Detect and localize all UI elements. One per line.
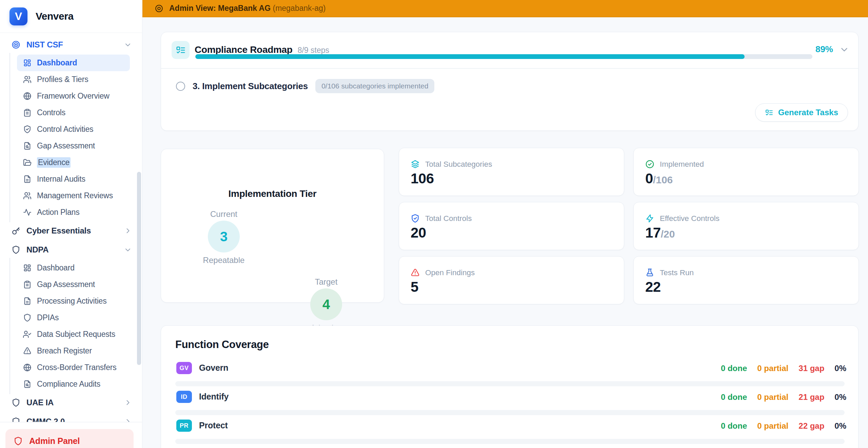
function-coverage-title: Function Coverage <box>175 339 269 351</box>
sidebar-item-label: DPIAs <box>37 313 59 322</box>
sidebar-item-breach-register[interactable]: Breach Register <box>17 343 130 359</box>
globe-icon <box>23 363 32 372</box>
sidebar: V Venvera NIST CSFDashboardProfiles & Ti… <box>0 0 142 448</box>
folder-open-icon <box>23 158 32 167</box>
sidebar-item-label: Dashboard <box>37 263 75 272</box>
generate-tasks-button[interactable]: Generate Tasks <box>755 103 848 122</box>
admin-panel-button[interactable]: Admin Panel <box>5 429 134 448</box>
function-gap: 21 gap <box>798 392 824 402</box>
admin-panel-section: Admin Panel <box>0 422 142 448</box>
stat-header: Total Controls <box>411 214 472 223</box>
sidebar-item-label: Compliance Audits <box>37 380 100 389</box>
compliance-roadmap-card: Compliance Roadmap 8/9 steps 89% 3. Impl… <box>161 32 859 131</box>
step-title: 3. Implement Subcategories <box>193 81 308 91</box>
function-name: Protect <box>199 421 228 430</box>
sidebar-item-evidence[interactable]: Evidence <box>17 154 130 171</box>
stat-card-total-controls: Total Controls20 <box>399 202 624 250</box>
sidebar-item-compliance-audits[interactable]: Compliance Audits <box>17 376 130 392</box>
stat-card-tests-run: Tests Run22 <box>633 256 859 304</box>
chevron-right-icon <box>124 227 132 235</box>
function-partial: 0 partial <box>757 392 788 402</box>
chevron-down-icon <box>124 246 132 254</box>
stat-value: 0 <box>645 170 653 187</box>
sidebar-item-label: Data Subject Requests <box>37 330 115 339</box>
sidebar-item-dashboard[interactable]: Dashboard <box>17 55 130 71</box>
stat-value-row: 5 <box>411 279 418 295</box>
function-done: 0 done <box>721 421 747 431</box>
dashboard-icon <box>23 264 32 272</box>
tier-current-column: Current 3 Repeatable <box>181 209 266 277</box>
sidebar-item-internal-audits[interactable]: Internal Audits <box>17 171 130 187</box>
sidebar-scrollbar-thumb[interactable] <box>137 172 141 365</box>
stat-card-open-findings: Open Findings5 <box>399 256 624 304</box>
function-name: Identify <box>199 392 229 402</box>
sidebar-item-label: Framework Overview <box>37 91 110 101</box>
roadmap-percent: 89% <box>815 44 833 55</box>
layers-icon <box>411 160 420 169</box>
function-row-identify[interactable]: IDIdentify0 done0 partial21 gap0% <box>175 388 846 417</box>
admin-view-slug: (megabank-ag) <box>273 4 326 13</box>
sidebar-item-label: Control Activities <box>37 125 93 134</box>
step-progress-badge: 0/106 subcategories implemented <box>315 79 434 93</box>
sidebar-item-control-activities[interactable]: Control Activities <box>17 121 130 138</box>
sidebar-item-profiles-tiers[interactable]: Profiles & Tiers <box>17 71 130 88</box>
shield-icon <box>12 245 20 254</box>
sidebar-section-uae-ia[interactable]: UAE IA <box>0 394 142 411</box>
sidebar-item-action-plans[interactable]: Action Plans <box>17 204 130 221</box>
step-status-circle <box>176 82 185 91</box>
section-label: NIST CSF <box>26 40 124 49</box>
sidebar-section-cmmc-2-0[interactable]: CMMC 2.0 <box>0 413 142 422</box>
target-icon <box>12 40 20 49</box>
implementation-tier-card: Implementation Tier Current 3 Repeatable… <box>161 149 384 303</box>
function-row-govern[interactable]: GVGovern0 done0 partial31 gap0% <box>175 360 846 388</box>
chevron-down-icon <box>124 41 132 49</box>
stat-header: Effective Controls <box>645 214 719 223</box>
function-stats: 0 done0 partial22 gap0% <box>721 421 846 431</box>
sidebar-item-gap-assessment[interactable]: Gap Assessment <box>17 276 130 293</box>
sidebar-item-dashboard[interactable]: Dashboard <box>17 260 130 276</box>
sidebar-item-cross-border-transfers[interactable]: Cross-Border Transfers <box>17 359 130 376</box>
sidebar-item-processing-activities[interactable]: Processing Activities <box>17 293 130 309</box>
sidebar-item-controls[interactable]: Controls <box>17 104 130 121</box>
dashboard-icon <box>23 59 32 67</box>
stats-grid: Total Subcategories106Implemented0/106To… <box>399 148 859 304</box>
function-row-protect[interactable]: PRProtect0 done0 partial22 gap0% <box>175 417 846 446</box>
brand-name: Venvera <box>36 11 74 22</box>
stat-value-row: 106 <box>411 170 434 187</box>
sidebar-item-dpias[interactable]: DPIAs <box>17 309 130 326</box>
roadmap-current-step: 3. Implement Subcategories 0/106 subcate… <box>176 78 434 95</box>
sidebar-section-cyber-essentials[interactable]: Cyber Essentials <box>0 222 142 239</box>
stat-suffix: /106 <box>653 174 673 186</box>
stat-card-effective-controls: Effective Controls17/20 <box>633 202 859 250</box>
stat-label: Total Controls <box>425 214 472 223</box>
function-percent: 0% <box>834 364 846 373</box>
sidebar-item-framework-overview[interactable]: Framework Overview <box>17 88 130 104</box>
submenu-ndpa: DashboardGap AssessmentProcessing Activi… <box>9 258 142 394</box>
sidebar-section-ndpa[interactable]: NDPA <box>0 241 142 258</box>
chevron-right-icon <box>124 418 132 422</box>
sidebar-section-nist-csf[interactable]: NIST CSF <box>0 36 142 53</box>
stat-value: 106 <box>411 170 434 187</box>
section-label: NDPA <box>26 245 124 254</box>
stat-header: Implemented <box>645 160 704 169</box>
tier-current-value: 3 <box>208 221 240 252</box>
stat-value-row: 0/106 <box>645 170 673 187</box>
sidebar-item-gap-assessment[interactable]: Gap Assessment <box>17 138 130 154</box>
shield-check-icon <box>411 214 420 223</box>
file-text-icon <box>23 297 32 305</box>
check-circle-icon <box>645 160 654 169</box>
sidebar-item-data-subject-requests[interactable]: Data Subject Requests <box>17 326 130 343</box>
function-partial: 0 partial <box>757 364 788 373</box>
function-gap: 22 gap <box>798 421 824 431</box>
shield-icon <box>12 398 20 407</box>
function-percent: 0% <box>834 392 846 402</box>
roadmap-progress-fill <box>195 54 745 59</box>
sidebar-item-management-reviews[interactable]: Management Reviews <box>17 187 130 204</box>
admin-view-prefix: Admin View: <box>169 4 216 13</box>
roadmap-collapse-chevron-icon[interactable] <box>839 44 849 55</box>
sidebar-item-label: Internal Audits <box>37 175 85 184</box>
shield-check-icon <box>23 125 32 134</box>
flask-icon <box>645 268 654 277</box>
stat-label: Tests Run <box>660 268 694 277</box>
shield-icon <box>12 417 20 422</box>
